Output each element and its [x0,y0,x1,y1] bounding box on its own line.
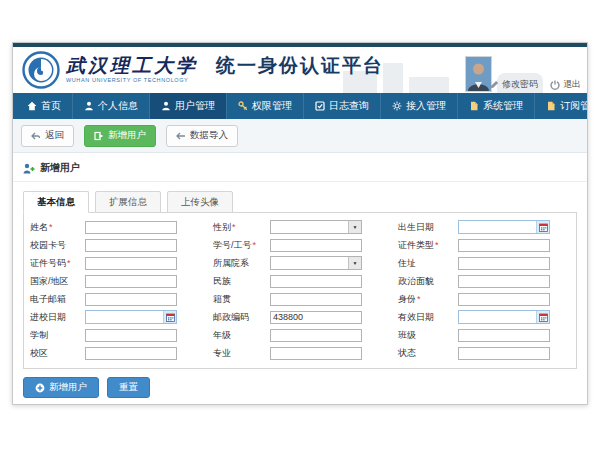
user-icon [84,101,94,111]
main-nav: 首页 个人信息 用户管理 权限管理 [13,93,587,119]
tab-upload-avatar[interactable]: 上传头像 [167,191,233,213]
grade-field[interactable] [270,329,362,342]
nav-item-user-management[interactable]: 用户管理 [150,93,227,119]
postal-code-label: 邮政编码 [213,311,270,324]
nav-item-system-management[interactable]: 系统管理 [458,93,535,119]
student-id-field[interactable] [270,239,362,252]
study-length-label: 学制 [30,329,85,342]
required-marker: * [417,294,421,304]
identity-field[interactable] [458,293,550,306]
country-label: 国家/地区 [30,275,85,288]
form-row: 校园卡号 学号/工号* 证件类型* [24,236,576,254]
name-field[interactable] [85,221,177,234]
country-field[interactable] [85,275,177,288]
campus-card-field[interactable] [85,239,177,252]
app-window: 武汉理工大学 WUHAN UNIVERSITY OF TECHNOLOGY 统一… [12,42,588,405]
native-place-field[interactable] [270,293,362,306]
doc-icon [546,101,556,111]
logout-link[interactable]: 退出 [550,78,581,91]
submit-add-user-button[interactable]: 新增用户 [23,377,99,398]
nav-item-subscription-management[interactable]: 订阅管理 [535,93,588,119]
required-marker: * [49,222,53,232]
section-header: 新增用户 [13,153,587,182]
class-field[interactable] [458,329,550,342]
required-marker: * [67,258,71,268]
form-row: 进校日期 邮政编码 有效日期 [24,308,576,326]
political-status-label: 政治面貌 [398,275,458,288]
id-type-field[interactable] [458,239,550,252]
address-label: 住址 [398,257,458,270]
calendar-icon[interactable] [536,311,549,323]
major-label: 专业 [213,347,270,360]
form-row: 校区 专业 状态 [24,344,576,362]
data-import-button[interactable]: 数据导入 [166,125,238,147]
birth-date-field[interactable] [458,220,550,234]
cityscape-decoration [409,77,449,93]
university-name-cn: 武汉理工大学 [66,54,198,76]
nav-label: 订阅管理 [560,99,588,113]
department-select[interactable]: ▼ [270,256,362,270]
campus-field[interactable] [85,347,177,360]
change-password-link[interactable]: 修改密码 [490,78,538,91]
doc-icon [469,101,479,111]
university-name-en: WUHAN UNIVERSITY OF TECHNOLOGY [66,77,198,83]
gender-select[interactable]: ▼ [270,220,362,234]
nav-item-home[interactable]: 首页 [13,93,73,119]
study-length-field[interactable] [85,329,177,342]
import-arrow-icon [176,132,186,140]
birth-date-label: 出生日期 [398,221,458,234]
required-marker: * [253,240,257,250]
nav-item-permission-management[interactable]: 权限管理 [227,93,304,119]
university-logo [22,51,60,89]
add-user-toolbar-button[interactable]: 新增用户 [84,125,156,147]
entry-date-field[interactable] [85,310,177,324]
entry-date-label: 进校日期 [30,311,85,324]
reset-button[interactable]: 重置 [107,377,150,398]
tab-bar: 基本信息 扩展信息 上传头像 [23,190,577,212]
calendar-icon[interactable] [163,311,176,323]
email-field[interactable] [85,293,177,306]
status-label: 状态 [398,347,458,360]
identity-label: 身份* [398,293,458,306]
back-arrow-icon [31,132,41,140]
power-icon [550,80,560,90]
postal-code-field[interactable] [270,311,362,324]
calendar-icon[interactable] [536,221,549,233]
email-label: 电子邮箱 [30,293,85,306]
nav-label: 用户管理 [175,99,215,113]
form-row: 国家/地区 民族 政治面貌 [24,272,576,290]
required-marker: * [232,222,236,232]
toolbar: 返回 新增用户 数据导入 [13,119,587,153]
nav-item-log-query[interactable]: 日志查询 [304,93,381,119]
back-button[interactable]: 返回 [21,125,74,147]
key-icon [238,101,248,111]
valid-date-field[interactable] [458,310,550,324]
nav-label: 个人信息 [98,99,138,113]
required-marker: * [435,240,439,250]
id-number-field[interactable] [85,257,177,270]
major-field[interactable] [270,347,362,360]
nav-label: 日志查询 [329,99,369,113]
tab-basic-info[interactable]: 基本信息 [23,191,89,213]
plus-circle-icon [35,383,45,393]
platform-title: 统一身份认证平台 [216,54,384,78]
back-button-label: 返回 [45,129,64,142]
title-block: 武汉理工大学 WUHAN UNIVERSITY OF TECHNOLOGY 统一… [66,54,384,83]
nav-item-personal-info[interactable]: 个人信息 [73,93,150,119]
department-label: 所属院系 [213,257,270,270]
political-status-field[interactable] [458,275,550,288]
address-field[interactable] [458,257,550,270]
status-field[interactable] [458,347,550,360]
id-type-label: 证件类型* [398,239,458,252]
submit-button-label: 新增用户 [49,381,87,394]
class-label: 班级 [398,329,458,342]
header-links: 修改密码 退出 [478,78,581,91]
logout-label: 退出 [563,78,581,91]
nav-label: 首页 [41,99,61,113]
pencil-icon [490,80,499,89]
home-icon [27,101,37,111]
ethnicity-field[interactable] [270,275,362,288]
tab-extended-info[interactable]: 扩展信息 [95,191,161,213]
nav-item-access-management[interactable]: 接入管理 [381,93,458,119]
cityscape-decoration [383,63,403,93]
